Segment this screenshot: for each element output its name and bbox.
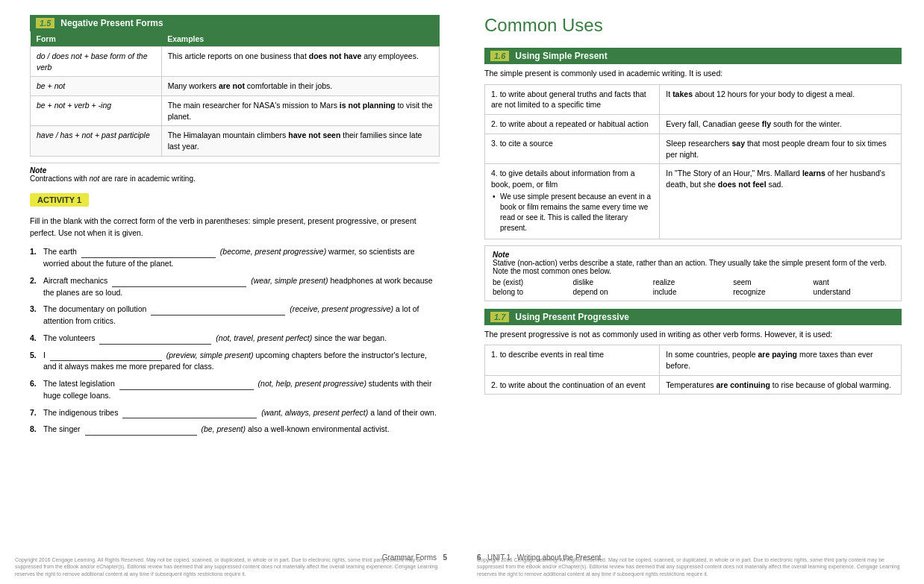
uses-table-1-7: 1. to describe events in real time In so…	[484, 345, 902, 395]
example-cell: Every fall, Canadian geese fly south for…	[660, 115, 902, 134]
example-cell: In some countries, people are paying mor…	[660, 345, 902, 375]
table-row: be + not Many workers are not comfortabl…	[31, 77, 440, 96]
use-cell: 1. to describe events in real time	[485, 345, 660, 375]
grammar-table: Form Examples do / does not + base form …	[30, 31, 440, 157]
use-cell: 1. to write about general truths and fac…	[485, 84, 660, 114]
list-item: 4. The volunteers (not, travel, present …	[30, 333, 440, 345]
use-cell: 4. to give details about information fro…	[485, 164, 660, 239]
form-cell: have / has + not + past participle	[31, 126, 162, 156]
stative-verb: depend on	[572, 288, 652, 296]
example-cell: Many workers are not comfortable in thei…	[161, 77, 439, 96]
example-cell: Sleep researchers say that most people d…	[660, 134, 902, 163]
stative-note-text: Stative (non-action) verbs describe a st…	[493, 259, 887, 275]
table-row: do / does not + base form of the verb Th…	[31, 47, 440, 77]
section-title-1-7: Using Present Progressive	[515, 312, 629, 322]
section-number-1-7: 1.7	[490, 312, 509, 322]
list-item: 3. The documentary on pollution (receive…	[30, 304, 440, 327]
intro-1-7: The present progressive is not as common…	[484, 329, 902, 341]
activity-items: 1. The earth (become, present progressiv…	[30, 246, 440, 436]
stative-grid: be (exist) dislike realize seem want bel…	[493, 278, 893, 296]
stative-verb: dislike	[572, 278, 652, 286]
section-title-1-6: Using Simple Present	[515, 51, 607, 61]
stative-verb: include	[653, 288, 733, 296]
copyright-right: Copyright 2016 Cengage Learning. All Rig…	[462, 556, 924, 578]
table-row: be + not + verb + -ing The main research…	[31, 96, 440, 126]
page-right-title: Common Uses	[484, 15, 902, 36]
example-cell: It takes about 12 hours for your body to…	[660, 84, 902, 114]
section-header-1-6: 1.6 Using Simple Present	[484, 48, 902, 64]
example-cell: The Himalayan mountain climbers have not…	[161, 126, 439, 156]
example-cell: In "The Story of an Hour," Mrs. Mallard …	[660, 164, 902, 239]
table-row: have / has + not + past participle The H…	[31, 126, 440, 156]
activity-section: ACTIVITY 1	[30, 193, 440, 211]
form-cell: be + not	[31, 77, 162, 96]
stative-verb: belong to	[493, 288, 572, 296]
note-box: Note Contractions with not are rare in a…	[30, 163, 440, 186]
table-row: 2. to write about the continuation of an…	[485, 375, 902, 395]
activity-badge: ACTIVITY 1	[30, 193, 89, 207]
uses-table-1-6: 1. to write about general truths and fac…	[484, 84, 902, 239]
stative-verb: want	[814, 278, 893, 286]
list-item: 7. The indigenous tribes (want, always, …	[30, 407, 440, 419]
activity-instructions: Fill in the blank with the correct form …	[30, 216, 440, 239]
table-row: 2. to write about a repeated or habitual…	[485, 115, 902, 134]
example-cell: This article reports on one business tha…	[161, 47, 439, 77]
use-cell: 3. to cite a source	[485, 134, 660, 163]
table-row: 1. to describe events in real time In so…	[485, 345, 902, 375]
table-row: 4. to give details about information fro…	[485, 164, 902, 239]
form-cell: do / does not + base form of the verb	[31, 47, 162, 77]
list-item: 1. The earth (become, present progressiv…	[30, 246, 440, 270]
section-header-1-7: 1.7 Using Present Progressive	[484, 309, 902, 325]
page-left: 1.5 Negative Present Forms Form Examples…	[0, 0, 462, 584]
form-cell: be + not + verb + -ing	[31, 96, 162, 126]
stative-verb: seem	[733, 278, 813, 286]
list-item: 5. I (preview, simple present) upcoming …	[30, 350, 440, 374]
table-row: 3. to cite a source Sleep researchers sa…	[485, 134, 902, 163]
list-item: 2. Aircraft mechanics (wear, simple pres…	[30, 275, 440, 299]
stative-verb: recognize	[733, 288, 813, 296]
example-cell: The main researcher for NASA's mission t…	[161, 96, 439, 126]
stative-verb: understand	[814, 288, 893, 296]
copyright-left: Copyright 2016 Cengage Learning. All Rig…	[0, 556, 462, 578]
note-label: Note	[30, 166, 46, 175]
list-item: 8. The singer (be, present) also a well-…	[30, 424, 440, 436]
note-stative: Note Stative (non-action) verbs describe…	[484, 245, 902, 301]
page-right: Common Uses 1.6 Using Simple Present The…	[462, 0, 924, 584]
col-form: Form	[31, 31, 162, 47]
list-item: 6. The latest legislation (not, help, pr…	[30, 378, 440, 402]
example-cell: Temperatures are continuing to rise beca…	[660, 375, 902, 395]
section-number-1-6: 1.6	[490, 51, 509, 61]
col-examples: Examples	[161, 31, 439, 47]
stative-note-label: Note	[493, 251, 509, 259]
stative-verb: be (exist)	[493, 278, 572, 286]
intro-1-6: The simple present is commonly used in a…	[484, 68, 902, 80]
section-header-1-5: 1.5 Negative Present Forms	[30, 15, 440, 31]
use-cell: 2. to write about a repeated or habitual…	[485, 115, 660, 134]
section-number-1-5: 1.5	[36, 18, 54, 28]
section-title-1-5: Negative Present Forms	[60, 18, 163, 28]
table-row: 1. to write about general truths and fac…	[485, 84, 902, 114]
stative-verb: realize	[653, 278, 733, 286]
note-text: Contractions with not are rare in academ…	[30, 175, 196, 183]
use-cell: 2. to write about the continuation of an…	[485, 375, 660, 395]
